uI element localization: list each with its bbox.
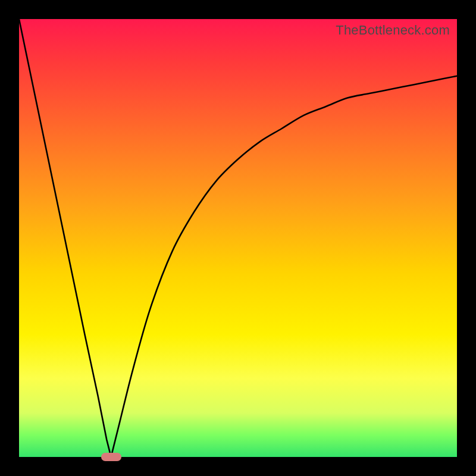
optimum-marker xyxy=(101,453,121,461)
plot-area: TheBottleneck.com xyxy=(19,19,457,457)
chart-frame: TheBottleneck.com xyxy=(0,0,476,476)
bottleneck-curve xyxy=(19,19,457,457)
curve-path xyxy=(19,19,457,457)
